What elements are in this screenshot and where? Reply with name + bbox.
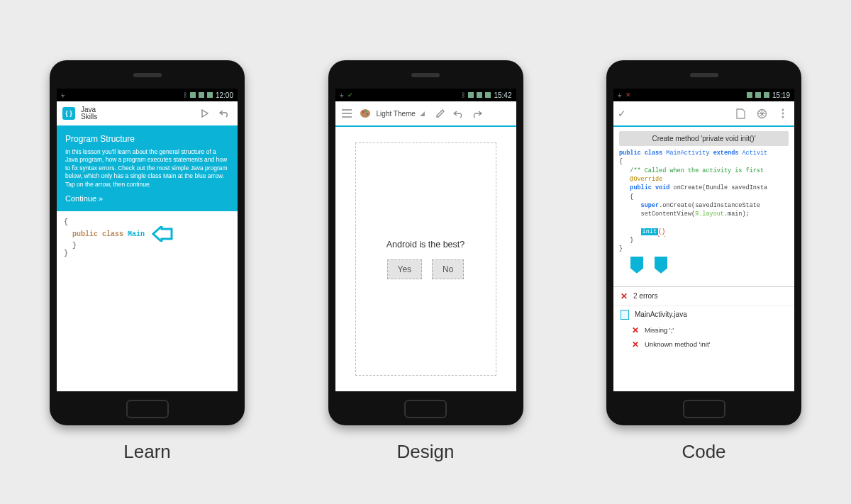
usb-icon: ⏚ (61, 91, 65, 99)
clock: 12:00 (216, 91, 233, 99)
device-frame: ⏚ ✓ ᛒ 15:42 (328, 60, 523, 425)
svg-point-5 (782, 109, 784, 111)
errors-header[interactable]: ✕ 2 errors (613, 287, 794, 306)
error-file-name: MainActivity.java (635, 310, 687, 318)
app-logo-icon: { } (62, 107, 75, 120)
phone-code: ⏚ ✕ 15:19 ✓ (606, 60, 801, 463)
palette-icon[interactable] (358, 106, 372, 121)
error-icon: ✕ (621, 291, 628, 301)
pointer-arrow-icon[interactable] (152, 226, 173, 242)
status-bar: ⏚ ✓ ᛒ 15:42 (335, 89, 516, 101)
brace-mid: } (64, 242, 230, 250)
svg-point-6 (782, 113, 784, 115)
signal-icon (468, 92, 474, 98)
code-classname: Main (128, 230, 145, 238)
battery-icon (764, 92, 769, 98)
svg-point-0 (360, 109, 370, 118)
home-button[interactable] (683, 400, 725, 418)
theme-title[interactable]: Light Theme (377, 110, 416, 118)
svg-point-3 (366, 113, 368, 116)
caption-learn: Learn (123, 441, 171, 463)
edit-button[interactable] (433, 106, 447, 121)
lesson-hero: Program Structure In this lesson you'll … (57, 127, 238, 211)
continue-link[interactable]: Continue » (65, 194, 229, 203)
status-bar: ⏚ ᛒ 12:00 (57, 89, 238, 101)
home-button[interactable] (126, 400, 169, 418)
yes-button[interactable]: Yes (387, 259, 423, 279)
device-frame: ⏚ ✕ 15:19 ✓ (606, 60, 801, 425)
battery-icon (207, 92, 213, 98)
phone-learn: ⏚ ᛒ 12:00 { } Java Skills (50, 60, 245, 463)
brace-open: { (64, 218, 230, 226)
signal-icon (190, 92, 196, 98)
code-snippet: { public class Main } } (57, 211, 238, 264)
screen: ⏚ ✕ 15:19 ✓ (613, 89, 794, 391)
screen: ⏚ ᛒ 12:00 { } Java Skills (57, 89, 238, 391)
usb-icon: ⏚ (618, 91, 621, 99)
error-item[interactable]: ✕ Unknown method 'init' (613, 337, 794, 352)
no-button[interactable]: No (432, 259, 464, 279)
app-title-line2: Skills (81, 113, 97, 121)
code-keyword: public class (72, 230, 123, 238)
app-bar: Light Theme ◢ (335, 101, 516, 127)
alert-status-icon: ✕ (625, 91, 631, 99)
svg-point-2 (365, 111, 367, 113)
phone-design: ⏚ ✓ ᛒ 15:42 (328, 60, 523, 463)
redo-button[interactable] (470, 106, 484, 121)
svg-point-7 (782, 116, 784, 118)
selection-handles[interactable] (613, 257, 794, 274)
overflow-button[interactable] (776, 106, 790, 121)
prompt-label: Android is the best? (386, 240, 465, 250)
caption-design: Design (397, 441, 455, 463)
lesson-body: In this lesson you'll learn about the ge… (65, 148, 229, 189)
wifi-icon (199, 92, 204, 98)
error-text: Missing ';' (645, 326, 674, 334)
app-title: Java Skills (81, 106, 97, 121)
clock: 15:19 (772, 91, 790, 99)
accept-button[interactable]: ✓ (618, 108, 626, 119)
app-bar: { } Java Skills (57, 101, 238, 127)
selection-handle-right[interactable] (655, 257, 667, 274)
button-row: Yes No (387, 259, 465, 279)
error-icon: ✕ (632, 340, 639, 349)
run-config-button[interactable] (755, 106, 769, 121)
status-bar: ⏚ ✕ 15:19 (613, 89, 794, 101)
code-editor[interactable]: public class MainActivity extends Activi… (613, 149, 794, 258)
wifi-icon (755, 92, 761, 98)
design-canvas[interactable]: Android is the best? Yes No (355, 142, 496, 376)
clock: 15:42 (494, 91, 511, 99)
home-button[interactable] (404, 400, 447, 418)
errors-panel: ✕ 2 errors MainActivity.java ✕ Missing '… (613, 286, 794, 352)
file-button[interactable] (733, 106, 747, 121)
java-file-icon (621, 310, 629, 320)
lesson-title: Program Structure (65, 134, 229, 144)
screen: ⏚ ✓ ᛒ 15:42 (335, 89, 516, 391)
usb-icon: ⏚ (340, 91, 343, 99)
design-canvas-area: Android is the best? Yes No (335, 127, 516, 391)
caption-code: Code (682, 441, 725, 463)
speaker (690, 73, 718, 77)
device-frame: ⏚ ᛒ 12:00 { } Java Skills (50, 60, 245, 425)
brace-close: } (64, 250, 230, 257)
undo-button[interactable] (452, 106, 466, 121)
quickfix-tooltip[interactable]: Create method 'private void init()' (619, 131, 789, 146)
app-bar: ✓ (613, 101, 794, 127)
error-file-row[interactable]: MainActivity.java (613, 306, 794, 323)
error-item[interactable]: ✕ Missing ';' (613, 323, 794, 337)
bluetooth-icon: ᛒ (184, 91, 187, 99)
signal-mini-icon: ◢ (420, 110, 425, 117)
undo-button[interactable] (218, 106, 232, 121)
errors-count: 2 errors (633, 292, 657, 300)
menu-button[interactable] (340, 106, 354, 121)
speaker (133, 73, 162, 77)
error-text: Unknown method 'init' (645, 340, 710, 348)
bluetooth-icon: ᛒ (462, 91, 465, 99)
speaker (411, 73, 440, 77)
selection-handle-left[interactable] (630, 257, 643, 274)
play-button[interactable] (198, 106, 212, 121)
battery-icon (485, 92, 491, 98)
wifi-icon (477, 92, 482, 98)
signal-icon (747, 92, 752, 98)
error-icon: ✕ (632, 325, 639, 335)
svg-point-1 (362, 111, 364, 113)
